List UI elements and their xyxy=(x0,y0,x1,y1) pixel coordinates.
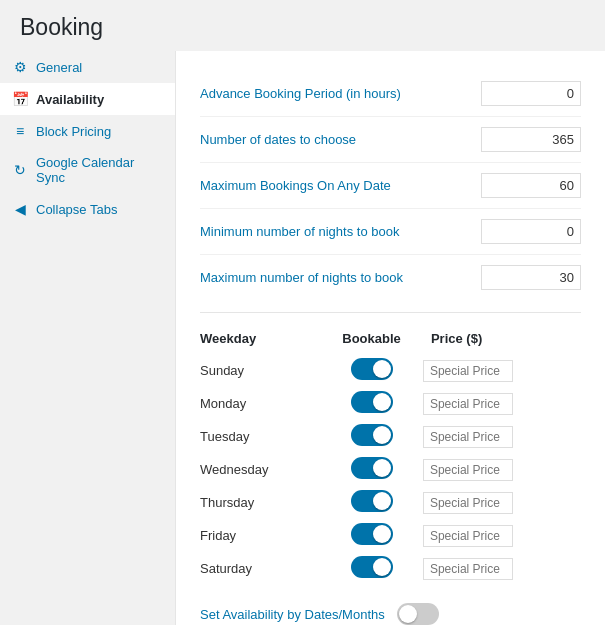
form-row-2: Maximum Bookings On Any Date xyxy=(200,163,581,209)
sidebar-item-label: Google Calendar Sync xyxy=(36,155,165,185)
table-row: Tuesday xyxy=(200,420,581,453)
field-label-1: Number of dates to choose xyxy=(200,132,481,147)
special-price-input[interactable] xyxy=(423,492,513,514)
weekday-name: Saturday xyxy=(200,552,320,585)
field-input-1[interactable] xyxy=(481,127,581,152)
calendar-icon: 📅 xyxy=(12,91,28,107)
sidebar-item-label: General xyxy=(36,60,82,75)
bookable-cell xyxy=(320,354,423,387)
price-cell xyxy=(423,387,581,420)
field-input-2[interactable] xyxy=(481,173,581,198)
bookable-cell xyxy=(320,519,423,552)
field-input-4[interactable] xyxy=(481,265,581,290)
weekday-name: Sunday xyxy=(200,354,320,387)
set-availability-toggle[interactable] xyxy=(397,603,439,625)
table-row: Monday xyxy=(200,387,581,420)
sidebar-item-block-pricing[interactable]: ≡ Block Pricing xyxy=(0,115,175,147)
page-title: Booking xyxy=(0,0,605,51)
col-price: Price ($) xyxy=(423,325,581,354)
bookable-cell xyxy=(320,387,423,420)
weekday-name: Thursday xyxy=(200,486,320,519)
weekday-table: Weekday Bookable Price ($) SundayMondayT… xyxy=(200,325,581,585)
sidebar-item-label: Block Pricing xyxy=(36,124,111,139)
field-label-0: Advance Booking Period (in hours) xyxy=(200,86,481,101)
sidebar-item-general[interactable]: ⚙ General xyxy=(0,51,175,83)
gear-icon: ⚙ xyxy=(12,59,28,75)
bookable-toggle[interactable] xyxy=(351,490,393,512)
bookable-cell xyxy=(320,453,423,486)
weekday-name: Wednesday xyxy=(200,453,320,486)
special-price-input[interactable] xyxy=(423,558,513,580)
special-price-input[interactable] xyxy=(423,393,513,415)
field-input-0[interactable] xyxy=(481,81,581,106)
collapse-icon: ◀ xyxy=(12,201,28,217)
field-label-4: Maximum number of nights to book xyxy=(200,270,481,285)
form-row-1: Number of dates to choose xyxy=(200,117,581,163)
field-label-3: Minimum number of nights to book xyxy=(200,224,481,239)
form-row-0: Advance Booking Period (in hours) xyxy=(200,71,581,117)
bookable-toggle[interactable] xyxy=(351,424,393,446)
sidebar-item-label: Collapse Tabs xyxy=(36,202,117,217)
price-cell xyxy=(423,552,581,585)
special-price-input[interactable] xyxy=(423,525,513,547)
special-price-input[interactable] xyxy=(423,459,513,481)
table-row: Wednesday xyxy=(200,453,581,486)
table-row: Thursday xyxy=(200,486,581,519)
bookable-toggle[interactable] xyxy=(351,358,393,380)
weekday-name: Tuesday xyxy=(200,420,320,453)
special-price-input[interactable] xyxy=(423,360,513,382)
price-cell xyxy=(423,354,581,387)
bookable-cell xyxy=(320,552,423,585)
sidebar-item-google-calendar-sync[interactable]: ↻ Google Calendar Sync xyxy=(0,147,175,193)
list-icon: ≡ xyxy=(12,123,28,139)
table-row: Sunday xyxy=(200,354,581,387)
sidebar-item-availability[interactable]: 📅 Availability xyxy=(0,83,175,115)
special-price-input[interactable] xyxy=(423,426,513,448)
set-availability-label: Set Availability by Dates/Months xyxy=(200,607,385,622)
form-row-3: Minimum number of nights to book xyxy=(200,209,581,255)
col-weekday: Weekday xyxy=(200,325,320,354)
weekday-name: Monday xyxy=(200,387,320,420)
table-row: Friday xyxy=(200,519,581,552)
sidebar: ⚙ General 📅 Availability ≡ Block Pricing… xyxy=(0,51,175,625)
divider xyxy=(200,312,581,313)
content-area: Advance Booking Period (in hours) Number… xyxy=(175,51,605,625)
sync-icon: ↻ xyxy=(12,162,28,178)
bookable-toggle[interactable] xyxy=(351,556,393,578)
price-cell xyxy=(423,453,581,486)
table-row: Saturday xyxy=(200,552,581,585)
price-cell xyxy=(423,486,581,519)
form-row-4: Maximum number of nights to book xyxy=(200,255,581,300)
bookable-toggle[interactable] xyxy=(351,523,393,545)
sidebar-item-collapse-tabs[interactable]: ◀ Collapse Tabs xyxy=(0,193,175,225)
form-fields: Advance Booking Period (in hours) Number… xyxy=(200,71,581,300)
bookable-toggle[interactable] xyxy=(351,457,393,479)
col-bookable: Bookable xyxy=(320,325,423,354)
field-label-2: Maximum Bookings On Any Date xyxy=(200,178,481,193)
bookable-toggle[interactable] xyxy=(351,391,393,413)
price-cell xyxy=(423,519,581,552)
bookable-cell xyxy=(320,420,423,453)
sidebar-item-label: Availability xyxy=(36,92,104,107)
set-availability-row: Set Availability by Dates/Months xyxy=(200,585,581,625)
price-cell xyxy=(423,420,581,453)
field-input-3[interactable] xyxy=(481,219,581,244)
weekday-name: Friday xyxy=(200,519,320,552)
bookable-cell xyxy=(320,486,423,519)
